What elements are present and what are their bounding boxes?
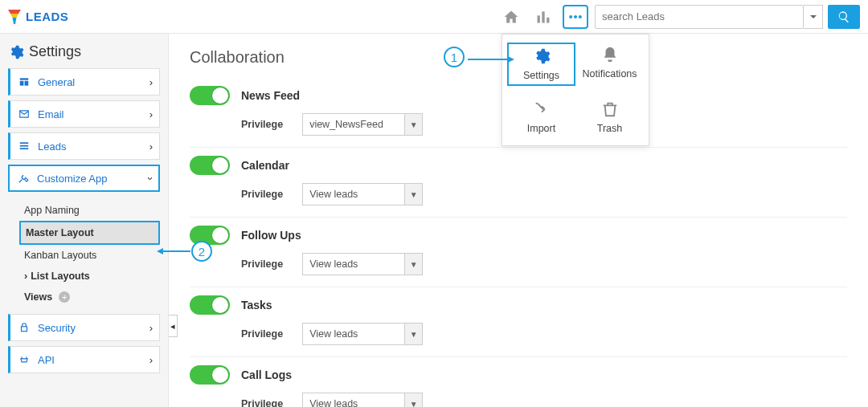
select-value: view_NewsFeed (303, 119, 404, 130)
sidebar-subitem-label: Kanban Layouts (24, 250, 96, 261)
popup-item-label: Settings (523, 70, 559, 81)
chart-icon[interactable] (530, 5, 556, 29)
dropdown-arrow-icon: ▼ (404, 254, 422, 275)
search-dropdown-icon[interactable] (804, 5, 823, 29)
sidebar-item-label: Customize App (37, 173, 149, 185)
popup-item-label: Import (527, 123, 555, 134)
dropdown-arrow-icon: ▼ (404, 114, 422, 135)
layout-icon (17, 76, 31, 88)
svg-marker-0 (8, 10, 21, 14)
search-input[interactable] (595, 5, 804, 29)
sidebar-subitem-app-naming[interactable]: App Naming (19, 200, 160, 221)
chevron-down-icon: › (144, 177, 156, 180)
privilege-select-follow-ups[interactable]: View leads▼ (302, 253, 423, 275)
search-button[interactable] (828, 5, 860, 29)
popup-item-import[interactable]: Import (507, 97, 575, 137)
svg-rect-14 (20, 148, 29, 149)
tools-icon (16, 173, 31, 184)
svg-rect-4 (542, 11, 544, 22)
sidebar-item-email[interactable]: Email › (8, 100, 160, 128)
sidebar-item-security[interactable]: Security › (8, 314, 160, 341)
dropdown-arrow-icon: ▼ (404, 324, 422, 344)
sidebar-item-label: Security (38, 322, 149, 334)
privilege-select-call-logs[interactable]: View leads▼ (302, 393, 423, 407)
chevron-right-icon: › (149, 322, 153, 334)
gear-icon (8, 44, 24, 60)
svg-marker-18 (157, 248, 163, 254)
toggle-news-feed[interactable] (190, 86, 230, 105)
sidebar-item-customize-app[interactable]: Customize App › (8, 165, 160, 192)
chevron-right-icon: › (149, 108, 153, 120)
popup-item-trash[interactable]: Trash (575, 97, 644, 137)
popup-item-notifications[interactable]: Notifications (575, 43, 644, 86)
envelope-icon (17, 108, 31, 120)
select-value: View leads (303, 258, 404, 270)
dropdown-arrow-icon: ▼ (404, 393, 422, 407)
svg-rect-5 (547, 17, 549, 22)
annotation-arrow-2 (157, 248, 190, 254)
sidebar-item-general[interactable]: General › (8, 68, 160, 96)
collab-row-calendar: Calendar Privilege View leads▼ (190, 148, 847, 218)
sidebar-item-leads[interactable]: Leads › (8, 132, 160, 160)
svg-rect-15 (22, 327, 27, 332)
row-name: News Feed (241, 89, 300, 102)
row-name: Tasks (241, 299, 272, 311)
app-title: LEADS (26, 10, 68, 23)
row-name: Calendar (241, 159, 289, 172)
sidebar-collapse-handle[interactable]: ◂ (169, 315, 178, 337)
privilege-label: Privilege (241, 398, 283, 407)
popup-item-settings[interactable]: Settings (507, 43, 575, 86)
toggle-tasks[interactable] (190, 295, 230, 315)
add-icon[interactable]: + (59, 291, 70, 303)
svg-point-8 (579, 14, 582, 18)
sidebar-subitem-views[interactable]: Views+ (19, 287, 160, 307)
svg-rect-3 (538, 15, 540, 22)
home-icon[interactable] (498, 5, 524, 29)
svg-rect-9 (20, 78, 29, 79)
privilege-label: Privilege (241, 119, 283, 130)
sidebar-subitem-label: Views (24, 291, 52, 303)
annotation-step-1: 1 (444, 47, 465, 67)
privilege-label: Privilege (241, 328, 283, 340)
annotation-step-2: 2 (191, 241, 212, 262)
privilege-select-tasks[interactable]: View leads▼ (302, 323, 423, 345)
top-bar: LEADS (0, 0, 868, 34)
svg-rect-12 (20, 142, 29, 144)
popup-item-label: Trash (597, 123, 623, 134)
lock-icon (17, 322, 31, 333)
bell-icon (601, 46, 619, 63)
more-menu-icon[interactable] (563, 5, 588, 29)
toggle-call-logs[interactable] (190, 365, 230, 385)
chevron-right-icon: › (149, 354, 153, 366)
sidebar: Settings General › Email › Leads › Custo… (0, 34, 169, 407)
toggle-calendar[interactable] (190, 156, 230, 175)
sidebar-subitem-master-layout[interactable]: Master Layout (19, 221, 160, 245)
funnel-icon (8, 10, 21, 24)
dropdown-arrow-icon: ▼ (404, 184, 422, 205)
app-logo: LEADS (8, 10, 68, 24)
privilege-label: Privilege (241, 258, 283, 270)
sidebar-item-label: Email (38, 108, 149, 120)
annotation-arrow-1 (468, 56, 514, 63)
collab-row-call-logs: Call Logs Privilege View leads▼ (190, 357, 847, 407)
svg-marker-17 (508, 56, 514, 63)
svg-rect-11 (25, 81, 29, 86)
sidebar-item-label: General (38, 76, 149, 88)
row-name: Call Logs (241, 368, 292, 381)
sidebar-subitem-kanban-layouts[interactable]: Kanban Layouts (19, 245, 160, 266)
select-value: View leads (303, 398, 404, 407)
privilege-select-news-feed[interactable]: view_NewsFeed▼ (302, 113, 423, 136)
sidebar-subitem-label: App Naming (24, 205, 80, 216)
more-popup: Settings Notifications Import Trash (502, 34, 649, 146)
sidebar-title-label: Settings (29, 43, 81, 60)
select-value: View leads (303, 328, 404, 340)
sidebar-item-api[interactable]: API › (8, 346, 160, 373)
svg-point-7 (574, 14, 577, 18)
sidebar-subitems: App Naming Master Layout Kanban Layouts … (8, 197, 160, 314)
sidebar-title: Settings (8, 43, 160, 60)
privilege-select-calendar[interactable]: View leads▼ (302, 183, 423, 206)
sidebar-subitem-list-layouts[interactable]: ›List Layouts (19, 266, 160, 287)
svg-marker-1 (10, 14, 18, 18)
chevron-right-icon: › (149, 76, 153, 88)
select-value: View leads (303, 189, 404, 200)
